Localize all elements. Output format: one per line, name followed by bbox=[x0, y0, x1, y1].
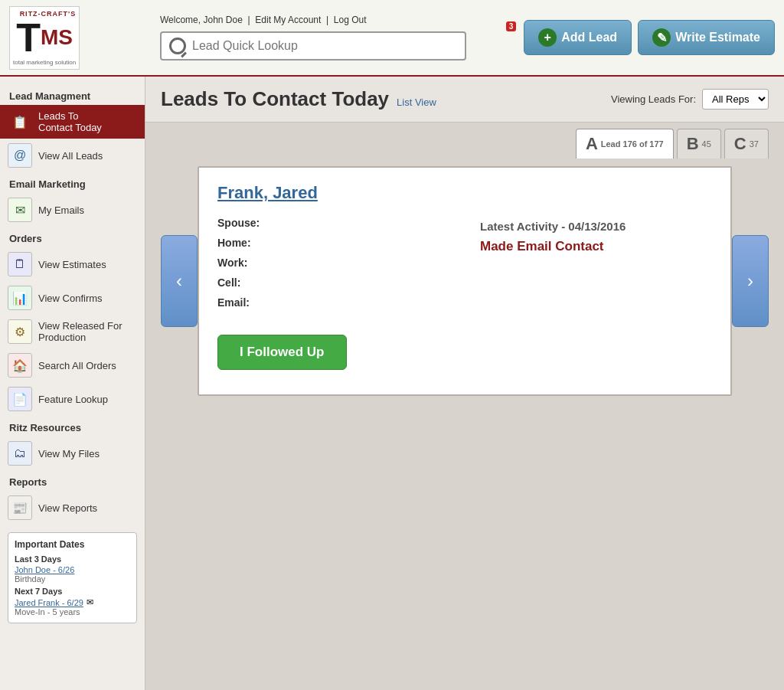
logo-ms-letters: MS bbox=[41, 27, 73, 48]
sidebar-view-reports-label: View Reports bbox=[38, 502, 97, 514]
main-layout: Lead Managment 📋 Leads ToContact Today @… bbox=[0, 77, 784, 690]
lead-activity: Latest Activity - 04/13/2016 Made Email … bbox=[480, 217, 712, 370]
last3-label: Last 3 Days bbox=[15, 554, 130, 564]
activity-status: Made Email Contact bbox=[480, 239, 712, 254]
reports-title: Reports bbox=[0, 470, 145, 491]
page-title: Leads To Contact Today bbox=[161, 87, 389, 111]
lead-fields: Spouse: Home: Work: Cell: bbox=[217, 217, 449, 370]
sidebar-view-confirms-label: View Confirms bbox=[38, 293, 103, 304]
imp-person1-event: Birthday bbox=[15, 574, 130, 584]
cell-label: Cell: bbox=[217, 276, 271, 289]
my-files-icon: 🗂 bbox=[8, 441, 32, 466]
write-estimate-button[interactable]: ✎ Write Estimate bbox=[638, 20, 775, 55]
search-orders-icon: 🏠 bbox=[8, 353, 32, 378]
notification-badge: 3 bbox=[506, 21, 517, 31]
top-bar: RITZ-CRAFT'S T MS total marketing soluti… bbox=[0, 0, 784, 77]
top-buttons: 3 + Add Lead ✎ Write Estimate bbox=[514, 20, 775, 55]
write-estimate-icon: ✎ bbox=[652, 28, 671, 47]
search-input[interactable] bbox=[192, 39, 457, 53]
spouse-label: Spouse: bbox=[217, 217, 271, 229]
edit-account-link[interactable]: Edit My Account bbox=[255, 15, 321, 25]
important-dates-title: Important Dates bbox=[15, 539, 130, 550]
tab-a[interactable]: A Lead 176 of 177 bbox=[576, 129, 674, 159]
sidebar-item-view-released[interactable]: ⚙ View Released For Production bbox=[0, 315, 145, 348]
lead-card: Frank, Jared Spouse: Home: Work: bbox=[198, 166, 732, 396]
tab-a-label: Lead 176 of 177 bbox=[601, 139, 664, 149]
sidebar-my-files-label: View My Files bbox=[38, 448, 100, 459]
home-label: Home: bbox=[217, 237, 271, 249]
tab-b[interactable]: B 45 bbox=[677, 129, 721, 159]
sidebar-search-orders-label: Search All Orders bbox=[38, 360, 116, 371]
prev-lead-button[interactable]: ‹ bbox=[161, 235, 198, 327]
followed-up-button[interactable]: I Followed Up bbox=[217, 335, 347, 370]
welcome-text: Welcome, John Doe bbox=[160, 15, 243, 25]
add-lead-button[interactable]: + Add Lead bbox=[524, 20, 632, 55]
email-marketing-title: Email Marketing bbox=[0, 172, 145, 193]
my-emails-icon: ✉ bbox=[8, 198, 32, 222]
imp-person1-name[interactable]: John Doe - 6/26 bbox=[15, 565, 74, 574]
sidebar-item-feature-lookup[interactable]: 📄 Feature Lookup bbox=[0, 382, 145, 416]
tab-a-letter: A bbox=[586, 134, 598, 154]
sidebar-item-my-emails[interactable]: ✉ My Emails bbox=[0, 193, 145, 227]
lead-field-work: Work: bbox=[217, 257, 449, 269]
sidebar-my-emails-label: My Emails bbox=[38, 204, 84, 216]
top-center: Welcome, John Doe | Edit My Account | Lo… bbox=[160, 15, 505, 60]
logo-box: RITZ-CRAFT'S T MS total marketing soluti… bbox=[9, 6, 80, 70]
work-label: Work: bbox=[217, 257, 271, 269]
orders-title: Orders bbox=[0, 227, 145, 247]
add-lead-label: Add Lead bbox=[561, 31, 617, 44]
lead-field-spouse: Spouse: bbox=[217, 217, 449, 229]
sidebar-view-all-leads-label: View All Leads bbox=[38, 150, 103, 162]
search-bar bbox=[160, 31, 466, 60]
sidebar-view-released-label: View Released For Production bbox=[38, 320, 137, 343]
viewing-group: Viewing Leads For: All Reps bbox=[611, 89, 769, 110]
logo-tagline: total marketing solution bbox=[13, 59, 76, 66]
sidebar-item-view-confirms[interactable]: 📊 View Confirms bbox=[0, 281, 145, 315]
view-estimates-icon: 🗒 bbox=[8, 252, 32, 276]
view-released-icon: ⚙ bbox=[8, 319, 32, 344]
content-title-group: Leads To Contact Today List View bbox=[161, 87, 436, 111]
activity-date: Latest Activity - 04/13/2016 bbox=[480, 220, 712, 233]
logo-area: RITZ-CRAFT'S T MS total marketing soluti… bbox=[9, 6, 151, 70]
sidebar-item-view-reports[interactable]: 📰 View Reports bbox=[0, 491, 145, 525]
sidebar: Lead Managment 📋 Leads ToContact Today @… bbox=[0, 77, 145, 690]
important-dates-box: Important Dates Last 3 Days John Doe - 6… bbox=[8, 532, 137, 623]
lead-name[interactable]: Frank, Jared bbox=[217, 183, 712, 203]
tab-c-letter: C bbox=[734, 134, 746, 154]
content-header: Leads To Contact Today List View Viewing… bbox=[145, 77, 784, 123]
lead-field-email: Email: bbox=[217, 296, 449, 309]
sidebar-item-leads-today[interactable]: 📋 Leads ToContact Today bbox=[0, 105, 145, 139]
user-bar: Welcome, John Doe | Edit My Account | Lo… bbox=[160, 15, 505, 25]
write-estimate-label: Write Estimate bbox=[675, 31, 760, 44]
viewing-select[interactable]: All Reps bbox=[702, 89, 769, 110]
view-confirms-icon: 📊 bbox=[8, 286, 32, 310]
log-out-link[interactable]: Log Out bbox=[334, 15, 367, 25]
imp-person2-event: Move-In - 5 years bbox=[15, 607, 130, 616]
add-lead-icon: + bbox=[538, 28, 557, 47]
viewing-label: Viewing Leads For: bbox=[611, 93, 696, 105]
logo-t-letter: T bbox=[16, 18, 41, 57]
next7-label: Next 7 Days bbox=[15, 587, 130, 596]
tab-c-count: 37 bbox=[750, 139, 759, 149]
sidebar-item-view-estimates[interactable]: 🗒 View Estimates bbox=[0, 247, 145, 281]
list-view-link[interactable]: List View bbox=[397, 96, 436, 108]
sidebar-item-search-all-orders[interactable]: 🏠 Search All Orders bbox=[0, 348, 145, 382]
email-icon: ✉ bbox=[87, 597, 93, 607]
view-reports-icon: 📰 bbox=[8, 495, 32, 520]
sidebar-item-view-all-leads[interactable]: @ View All Leads bbox=[0, 139, 145, 172]
lead-management-title: Lead Managment bbox=[0, 84, 145, 105]
logo-tms: T MS bbox=[16, 18, 73, 57]
next-lead-button[interactable]: › bbox=[732, 235, 769, 327]
sidebar-item-view-my-files[interactable]: 🗂 View My Files bbox=[0, 437, 145, 470]
sidebar-leads-today-label: Leads ToContact Today bbox=[38, 110, 102, 133]
lead-field-home: Home: bbox=[217, 237, 449, 249]
feature-lookup-icon: 📄 bbox=[8, 387, 32, 411]
lead-field-cell: Cell: bbox=[217, 276, 449, 289]
tab-c[interactable]: C 37 bbox=[724, 129, 769, 159]
sidebar-feature-lookup-label: Feature Lookup bbox=[38, 394, 108, 405]
lead-card-container: ‹ Frank, Jared Spouse: Home: bbox=[145, 159, 784, 411]
email-label: Email: bbox=[217, 296, 271, 309]
imp-person2-name[interactable]: Jared Frank - 6/29 bbox=[15, 598, 83, 607]
view-all-leads-icon: @ bbox=[8, 143, 32, 168]
tabs-area: A Lead 176 of 177 B 45 C 37 bbox=[145, 123, 784, 159]
